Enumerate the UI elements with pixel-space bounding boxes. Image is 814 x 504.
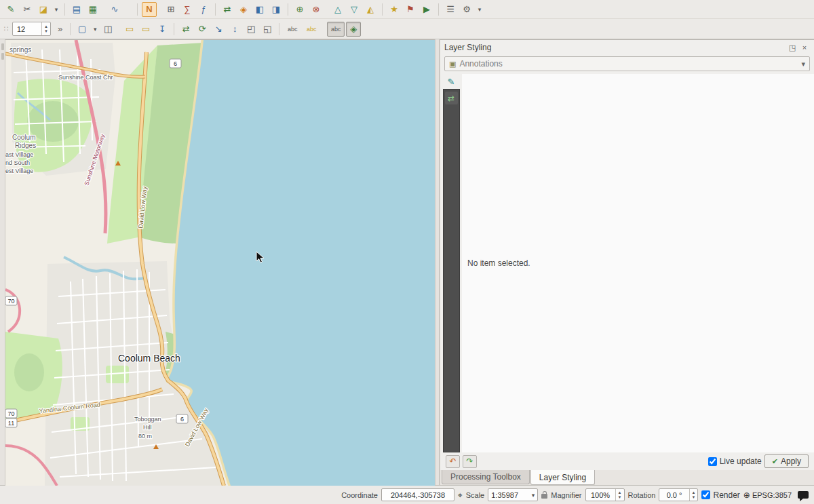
annotation-edit-icon[interactable]: ✎ (3, 2, 18, 17)
diagram-options-icon[interactable]: ◱ (260, 22, 275, 37)
layer-selector-value: Annotations (459, 59, 801, 69)
map-label-coolum-beach: Coolum Beach (118, 353, 180, 364)
style-toggle-icon[interactable]: ◈ (346, 22, 361, 37)
chevron-down-icon: ▾ (529, 492, 535, 499)
coordinate-input[interactable]: 204464,-305738 (381, 488, 454, 501)
delete-feature-icon[interactable]: ⊗ (309, 2, 324, 17)
live-update-toggle[interactable]: Live update (708, 457, 762, 466)
render-toggle[interactable]: Render (701, 490, 739, 500)
label-abc-icon[interactable]: abc (284, 22, 301, 37)
font-size-spinbox[interactable]: 12 ▲▼ (12, 22, 51, 36)
right-dock: Layer Styling ◳ × ▣ Annotations ▾ ✎ ⇄ (440, 39, 814, 485)
rotate-label-icon[interactable]: ⟳ (195, 22, 210, 37)
collapsed-panel-edge[interactable] (0, 39, 5, 485)
route-shield: 11 (5, 419, 17, 427)
pin-labels-icon[interactable]: ↧ (155, 22, 170, 37)
svg-text:70: 70 (7, 410, 14, 417)
label-abc-highlight-icon[interactable]: abc (303, 22, 320, 37)
layer-selector-dropdown[interactable]: ▣ Annotations ▾ (444, 56, 810, 71)
resize-label-icon[interactable]: ↕ (227, 22, 242, 37)
lock-icon[interactable] (541, 494, 547, 499)
triangle-down-icon[interactable]: ▽ (347, 2, 362, 17)
triangle-up-icon[interactable]: △ (330, 2, 345, 17)
undock-icon[interactable]: ◳ (787, 42, 798, 53)
attribute-table-icon[interactable]: ⊞ (163, 2, 178, 17)
toolbar-separator (288, 3, 288, 16)
crs-label: EPSG:3857 (752, 491, 792, 499)
map-canvas[interactable]: 6 6 70 70 11 sprin (5, 39, 435, 485)
route-shield: 6 (170, 59, 181, 68)
scale-label: Scale (466, 491, 485, 499)
scale-combobox[interactable]: 1:35987 ▾ (488, 488, 538, 501)
statistics-icon[interactable]: ∑ (180, 2, 195, 17)
toolbar-row-1: ✎ ✂ ◪ ▾ ▤ ▦ ∿ N ⊞ ∑ ƒ ⇄ ◈ ◧ ◨ ⊕ ⊗ △ ▽ ◭ … (0, 0, 814, 19)
select-rectangle-icon[interactable]: ▢ (75, 22, 90, 37)
map-label: Toboggan (134, 416, 161, 423)
layers-icon[interactable]: ▤ (69, 2, 84, 17)
font-size-value: 12 (13, 25, 41, 33)
ocean (168, 40, 435, 486)
measure-line-icon[interactable]: ∿ (107, 2, 122, 17)
redo-button[interactable]: ↷ (463, 455, 477, 468)
swap-layers-icon[interactable]: ⇄ (220, 2, 235, 17)
new-annotation-icon[interactable]: N (142, 2, 157, 17)
scissors-icon[interactable]: ✂ (20, 2, 35, 17)
move-label-icon[interactable]: ⇄ (178, 22, 193, 37)
color-swatch-icon[interactable]: ◪ (36, 2, 51, 17)
apply-label: Apply (781, 457, 801, 466)
map-label: Hill (143, 424, 152, 431)
styling-tabstrip: ✎ ⇄ (440, 74, 462, 452)
diagram-icon[interactable]: ◰ (244, 22, 258, 37)
panel-header: Layer Styling ◳ × (440, 40, 814, 55)
swatch-dropdown-icon[interactable]: ▾ (52, 2, 60, 17)
tab-processing-toolbox[interactable]: Processing Toolbox (442, 470, 530, 484)
tab-layer-styling[interactable]: Layer Styling (530, 470, 595, 485)
field-calculator-icon[interactable]: ƒ (196, 2, 211, 17)
crs-status[interactable]: ⊕ EPSG:3857 (743, 490, 792, 500)
annotation-properties-tab-icon[interactable]: ⇄ (445, 92, 458, 104)
live-update-checkbox[interactable] (708, 457, 717, 466)
coordinate-tracking-icon[interactable]: ⌖ (458, 490, 463, 500)
magnifier-spinbox[interactable]: 100% ▲▼ (585, 488, 625, 501)
gear-dropdown-icon[interactable]: ▾ (476, 2, 484, 17)
label-icon[interactable]: ▭ (122, 22, 137, 37)
toolbar-handle[interactable]: ∷ (3, 24, 9, 33)
scale-value: 1:35987 (491, 491, 518, 499)
render-checkbox[interactable] (701, 490, 710, 499)
clip-left-icon[interactable]: ◧ (252, 2, 267, 17)
svg-text:70: 70 (7, 298, 14, 305)
change-label-toggle-icon[interactable]: abc (327, 22, 345, 37)
annotations-layer-icon: ▣ (449, 60, 456, 69)
messages-icon[interactable] (798, 491, 809, 499)
flag-icon[interactable]: ⚑ (403, 2, 418, 17)
select-dropdown-icon[interactable]: ▾ (91, 22, 99, 37)
settings-gear-icon[interactable]: ⚙ (459, 2, 474, 17)
tin-icon[interactable]: ◭ (363, 2, 378, 17)
add-feature-icon[interactable]: ⊕ (292, 2, 307, 17)
map-theme-icon[interactable]: ▦ (85, 2, 100, 17)
font-size-spin-arrows[interactable]: ▲▼ (41, 22, 50, 35)
chevron-down-icon: ▾ (801, 60, 805, 69)
menu-icon[interactable]: ☰ (443, 2, 458, 17)
toolbar-separator (70, 23, 71, 35)
check-icon: ✔ (772, 457, 778, 466)
empty-state-text: No item selected. (467, 258, 530, 268)
magnifier-spin-arrows[interactable]: ▲▼ (615, 489, 624, 501)
run-icon[interactable]: ▶ (419, 2, 434, 17)
clip-right-icon[interactable]: ◨ (269, 2, 284, 17)
rotation-spin-arrows[interactable]: ▲▼ (689, 489, 698, 501)
status-bar: Coordinate 204464,-305738 ⌖ Scale 1:3598… (0, 485, 814, 504)
processing-icon[interactable]: ◈ (236, 2, 251, 17)
undo-button[interactable]: ↶ (446, 455, 460, 468)
symbology-brush-icon[interactable]: ✎ (444, 75, 458, 88)
copy-style-icon[interactable]: ◫ (100, 22, 115, 37)
close-icon[interactable]: × (799, 42, 810, 53)
panel-title: Layer Styling (444, 43, 786, 52)
apply-button[interactable]: ✔ Apply (764, 454, 809, 468)
toolbar-overflow-chevron[interactable]: » (54, 24, 66, 34)
star-icon[interactable]: ★ (387, 2, 402, 17)
panel-splitter[interactable] (435, 39, 440, 485)
offset-label-icon[interactable]: ↘ (211, 22, 226, 37)
label-rule-icon[interactable]: ▭ (138, 22, 153, 37)
rotation-spinbox[interactable]: 0.0 ° ▲▼ (659, 488, 698, 501)
